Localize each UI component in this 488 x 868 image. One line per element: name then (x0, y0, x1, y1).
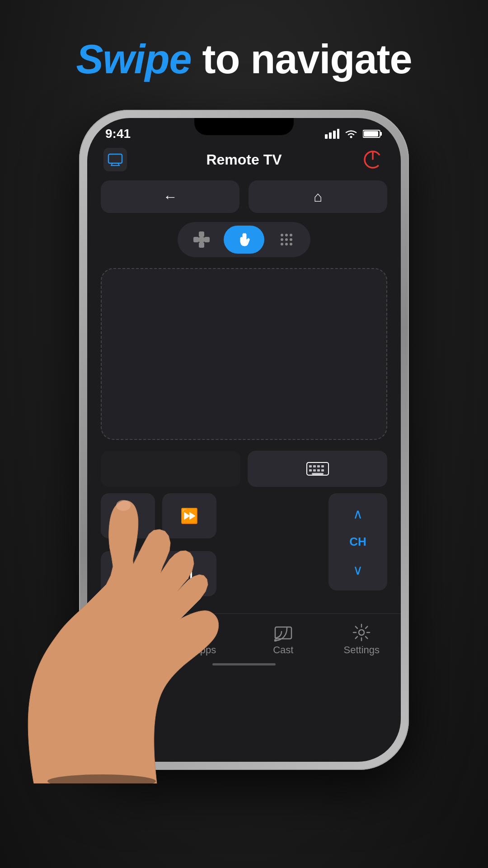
svg-rect-16 (193, 237, 199, 242)
page-title: Swipe to navigate (27, 36, 461, 83)
svg-rect-30 (313, 465, 316, 467)
touchpad-area[interactable] (101, 268, 387, 440)
svg-rect-36 (321, 469, 324, 472)
cast-tab-icon (274, 623, 292, 642)
keyboard-icon (306, 461, 329, 477)
svg-point-19 (281, 234, 283, 236)
touch-icon (236, 232, 252, 247)
controls-area: ⏪ ⏩ ▶ ⏸ (87, 446, 401, 613)
svg-point-27 (290, 243, 292, 245)
nav-buttons-row: ← ⌂ (87, 176, 401, 217)
svg-point-23 (285, 238, 288, 241)
channel-control: ∧ CH ∨ (328, 493, 387, 590)
pause-icon: ⏸ (182, 566, 197, 582)
phone-notch (194, 118, 294, 135)
svg-rect-35 (317, 469, 320, 472)
app-title: Remote TV (206, 151, 282, 168)
touch-mode[interactable] (224, 226, 264, 254)
phone-mockup: 9:41 (79, 110, 409, 770)
svg-rect-31 (317, 465, 320, 467)
back-icon: ← (163, 189, 178, 205)
svg-rect-2 (333, 131, 336, 139)
tab-apps[interactable]: Apps (182, 623, 227, 656)
forward-icon: ⏩ (180, 507, 198, 524)
remote-tab-icon (117, 623, 136, 642)
ch-up-button[interactable]: ∧ (353, 506, 363, 522)
title-rest: to navigate (191, 37, 412, 82)
svg-rect-15 (199, 242, 204, 248)
dpad-mode[interactable] (181, 226, 222, 254)
svg-point-22 (281, 238, 283, 241)
svg-rect-44 (197, 624, 204, 632)
svg-rect-34 (313, 469, 316, 472)
tab-remote[interactable]: Remote (104, 623, 149, 656)
tv-icon (108, 153, 123, 166)
app-header: Remote TV (87, 143, 401, 176)
svg-rect-29 (309, 465, 312, 467)
svg-rect-17 (204, 237, 210, 242)
dpad-icon (193, 231, 210, 248)
svg-rect-0 (325, 134, 328, 139)
play-pause-row: ▶ ⏸ (101, 551, 321, 596)
svg-rect-3 (337, 129, 339, 139)
svg-rect-6 (380, 132, 382, 136)
svg-point-24 (290, 238, 292, 241)
svg-point-21 (290, 234, 292, 236)
phone-screen: 9:41 (87, 118, 401, 762)
power-button[interactable] (361, 148, 385, 171)
home-indicator (87, 663, 401, 670)
tab-cast[interactable]: Cast (261, 623, 306, 656)
svg-point-25 (281, 243, 283, 245)
home-button[interactable]: ⌂ (249, 180, 387, 213)
app-logo (103, 148, 127, 171)
numpad-mode[interactable] (266, 226, 307, 254)
svg-point-20 (285, 234, 288, 236)
svg-point-38 (120, 626, 133, 639)
svg-rect-46 (197, 633, 204, 641)
cast-tab-label: Cast (273, 644, 293, 656)
ch-down-button[interactable]: ∨ (353, 562, 363, 578)
voice-button[interactable] (101, 451, 240, 487)
svg-point-49 (274, 639, 277, 642)
svg-point-50 (359, 630, 364, 635)
play-icon: ▶ (122, 565, 134, 582)
settings-tab-label: Settings (344, 644, 380, 656)
play-button[interactable]: ▶ (101, 551, 155, 596)
numpad-icon (279, 232, 294, 247)
svg-point-4 (350, 136, 352, 138)
mode-selector (87, 217, 401, 262)
ch-label: CH (349, 535, 366, 549)
title-swipe: Swipe (76, 37, 191, 82)
remote-tab-label: Remote (109, 644, 144, 656)
wifi-icon (344, 129, 358, 139)
pause-button[interactable]: ⏸ (162, 551, 216, 596)
keyboard-button[interactable] (248, 451, 387, 487)
svg-rect-37 (312, 473, 324, 475)
mode-pill (178, 222, 310, 257)
apps-tab-label: Apps (193, 644, 216, 656)
forward-button[interactable]: ⏩ (162, 493, 216, 538)
apps-tab-icon (196, 623, 214, 642)
home-icon: ⌂ (314, 189, 322, 205)
signal-icon (325, 129, 339, 139)
status-time: 9:41 (105, 127, 131, 141)
battery-icon (363, 129, 383, 139)
rewind-icon: ⏪ (119, 507, 137, 524)
svg-rect-18 (199, 237, 204, 242)
svg-rect-1 (329, 132, 332, 139)
svg-rect-14 (199, 231, 204, 237)
svg-rect-32 (321, 465, 324, 467)
svg-rect-45 (206, 624, 213, 632)
status-icons (325, 129, 383, 139)
rewind-forward-row: ⏪ ⏩ (101, 493, 321, 538)
svg-point-39 (123, 629, 130, 636)
tab-settings[interactable]: Settings (339, 623, 384, 656)
tab-bar: Remote Apps (87, 613, 401, 663)
svg-rect-33 (309, 469, 312, 472)
rewind-button[interactable]: ⏪ (101, 493, 155, 538)
back-button[interactable]: ← (101, 180, 239, 213)
svg-rect-47 (206, 633, 213, 641)
svg-rect-8 (108, 154, 122, 163)
svg-point-26 (285, 243, 288, 245)
svg-rect-7 (364, 131, 378, 137)
